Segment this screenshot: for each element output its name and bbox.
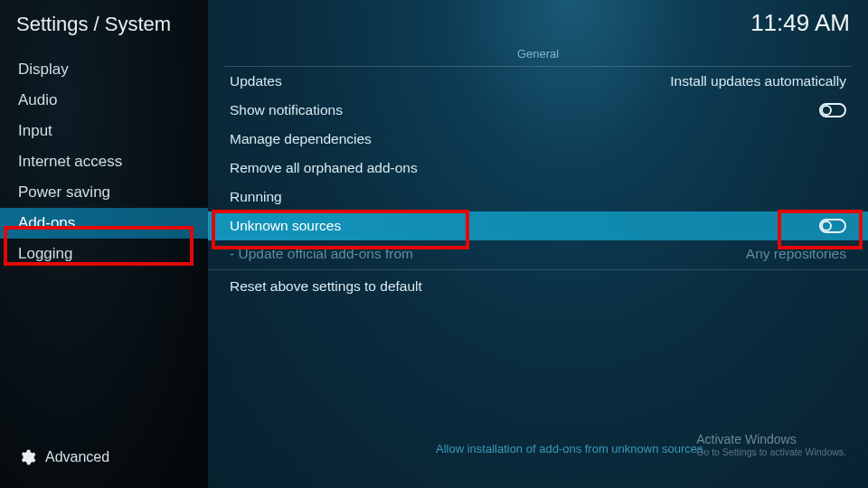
main-panel: 11:49 AM General Updates Install updates… <box>208 0 868 488</box>
sidebar-nav: Display Audio Input Internet access Powe… <box>0 54 208 434</box>
row-reset-defaults[interactable]: Reset above settings to default <box>208 272 868 301</box>
clock: 11:49 AM <box>750 9 850 37</box>
row-manage-dependencies[interactable]: Manage dependencies <box>208 125 868 154</box>
row-value: Any repositories <box>746 246 846 262</box>
setting-hint: Allow installation of add-ons from unkno… <box>436 442 706 455</box>
sidebar-item-display[interactable]: Display <box>0 54 208 85</box>
row-label: Manage dependencies <box>230 131 372 147</box>
settings-rows: Updates Install updates automatically Sh… <box>208 67 868 301</box>
row-label: Reset above settings to default <box>230 278 422 295</box>
watermark-line2: Go to Settings to activate Windows. <box>696 446 846 457</box>
row-label: Running <box>230 189 282 205</box>
watermark-line1: Activate Windows <box>696 432 846 446</box>
row-label: Remove all orphaned add-ons <box>230 160 418 176</box>
sidebar: Settings / System Display Audio Input In… <box>0 0 208 488</box>
windows-watermark: Activate Windows Go to Settings to activ… <box>696 432 846 457</box>
sidebar-item-audio[interactable]: Audio <box>0 85 208 116</box>
sidebar-item-power-saving[interactable]: Power saving <box>0 177 208 208</box>
row-remove-orphaned[interactable]: Remove all orphaned add-ons <box>208 154 868 183</box>
sidebar-item-add-ons[interactable]: Add-ons <box>0 208 208 239</box>
row-label: Show notifications <box>230 102 343 118</box>
row-label: Unknown sources <box>230 218 341 234</box>
breadcrumb: Settings / System <box>0 0 208 54</box>
row-label: - Update official add-ons from <box>230 246 413 262</box>
row-update-official-addons[interactable]: - Update official add-ons from Any repos… <box>208 240 868 270</box>
gear-icon <box>18 448 36 466</box>
row-label: Updates <box>230 73 282 89</box>
row-updates[interactable]: Updates Install updates automatically <box>208 67 868 96</box>
section-header: General <box>224 47 852 67</box>
row-running[interactable]: Running <box>208 183 868 211</box>
row-value: Install updates automatically <box>670 73 846 89</box>
row-unknown-sources[interactable]: Unknown sources <box>208 211 868 240</box>
row-show-notifications[interactable]: Show notifications <box>208 96 868 125</box>
settings-level-button[interactable]: Advanced <box>0 434 208 488</box>
sidebar-item-internet-access[interactable]: Internet access <box>0 146 208 177</box>
toggle-show-notifications[interactable] <box>819 103 846 117</box>
sidebar-item-logging[interactable]: Logging <box>0 239 208 269</box>
settings-level-label: Advanced <box>45 449 109 465</box>
toggle-unknown-sources[interactable] <box>819 219 846 233</box>
sidebar-item-input[interactable]: Input <box>0 116 208 146</box>
